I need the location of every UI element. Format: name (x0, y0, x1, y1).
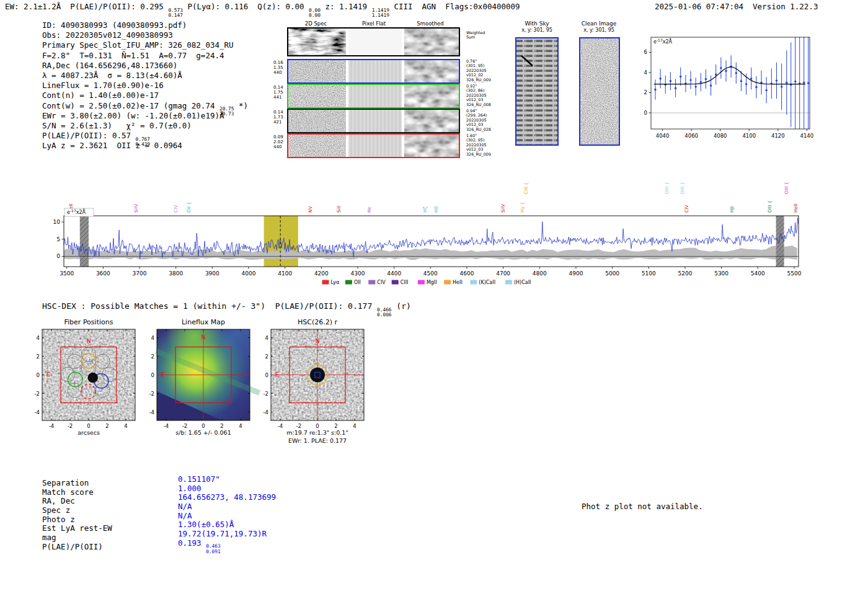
svg-text:2: 2 (105, 423, 108, 429)
svg-text:5200: 5200 (678, 270, 693, 277)
svg-text:4: 4 (644, 69, 647, 76)
svg-text:SiII: SiII (336, 206, 342, 213)
match-value: 164.656273, 48.173699 (178, 492, 276, 502)
match-plae-stack: 0.4630.091 (206, 544, 220, 554)
line-fit-plot: 4040406040804100412041400246e-17x2Å (632, 30, 818, 151)
row4-right-label: 1.60" (302, 95) 20220305 v012_03 326_RU_… (466, 134, 496, 157)
header-z-label: z: 1.1419 (321, 2, 372, 11)
ra-dec: RA,Dec (164.656296,48.173660) (42, 61, 248, 71)
row2-left-label: 0.14 1.75 441 (273, 85, 286, 100)
svg-text:5400: 5400 (751, 270, 765, 277)
header-z-stack: 1.14191.1419 (372, 8, 389, 18)
lya-oii-z: LyA z = 2.3621 OII z = 0.0964 (42, 141, 248, 151)
svg-text:CIV: CIV (173, 205, 179, 213)
svg-text:-4: -4 (278, 423, 283, 429)
svg-text:E: E (161, 371, 165, 378)
svg-text:-2: -2 (68, 423, 73, 429)
svg-text:2: 2 (644, 89, 647, 96)
col-header-pixelflat: Pixel Flat (347, 20, 401, 27)
svg-text:5300: 5300 (714, 270, 728, 277)
cont-w: Cont(w) = 2.50(±0.02)e-17 (gmag 20.74 20… (42, 101, 248, 111)
svg-text:CIV: CIV (377, 280, 386, 285)
with-sky-image (516, 38, 557, 144)
hsc-header-text: HSC-DEX : Possible Matches = 1 (within +… (42, 301, 377, 311)
svg-text:0: 0 (202, 423, 205, 429)
svg-text:HeII: HeII (793, 203, 799, 213)
with-sky-panel (515, 37, 559, 146)
svg-text:4: 4 (37, 335, 40, 341)
match-label: Match score (42, 487, 178, 497)
svg-text:-4: -4 (264, 409, 268, 415)
svg-text:4: 4 (265, 335, 268, 341)
svg-text:Hδ: Hδ (433, 206, 439, 213)
plae-poii: P(LAE)/P(OII): 0.57 0.7670.439 (42, 131, 248, 141)
fiber-positions-panel: -4-4-2-2002244NE (24, 324, 149, 442)
header-classification: AGN (422, 2, 436, 11)
spec2d-image (288, 85, 346, 107)
clean-image (580, 38, 619, 144)
match-row-plae: P(LAE)/P(OII)0.193 0.4630.091 (42, 542, 276, 551)
svg-text:4100: 4100 (278, 270, 292, 277)
row4-left-label: 0.09 2.02 440 (273, 135, 286, 150)
pixelflat-image (348, 135, 402, 157)
pixelflat-weighted-image (348, 29, 402, 55)
match-plae-lower: 0.091 (206, 549, 220, 554)
col-header-2dspec: 2D Spec (287, 20, 345, 27)
match-value: 19.72(19.71,19.73)R (178, 529, 267, 538)
smoothed-image (404, 135, 459, 157)
match-label: Photo z (42, 515, 178, 524)
svg-text:5: 5 (56, 236, 60, 242)
spec2d-image (288, 135, 346, 157)
smoothed-image (404, 60, 459, 82)
smoothed-weighted-image (404, 29, 459, 55)
svg-text:4100: 4100 (742, 133, 756, 139)
header-plae-lower: 0.147 (168, 13, 182, 18)
with-sky-title: With Sky (512, 20, 562, 27)
svg-text:NV: NV (308, 205, 313, 213)
spec2d-row-4 (287, 133, 460, 158)
cont-w-text: Cont(w) = 2.50(±0.02)e-17 (gmag 20.74 (42, 101, 219, 110)
col-header-smoothed: Smoothed (403, 20, 458, 27)
header-plya: P(Lyα): 0.116 (183, 2, 257, 11)
row3-right-label: 0.94" (299, 264) 20220305 v012_03 326_RU… (466, 109, 496, 132)
spec2d-row-3 (287, 109, 460, 133)
header-plae-stack: 0.5730.147 (168, 8, 182, 18)
svg-text:4120: 4120 (771, 133, 785, 139)
svg-text:0: 0 (37, 372, 40, 378)
svg-text:-4: -4 (149, 409, 154, 415)
match-value: 1.000 (178, 484, 202, 493)
svg-text:6: 6 (644, 49, 647, 55)
svg-text:Lyα: Lyα (331, 280, 340, 285)
svg-text:0: 0 (151, 372, 154, 378)
svg-text:4060: 4060 (684, 133, 698, 139)
svg-text:-4: -4 (164, 423, 169, 429)
header-plae-label: P(LAE)/P(OII): 0.295 (70, 2, 168, 11)
svg-text:3700: 3700 (133, 270, 147, 277)
hsc-plae-stack: 0.4660.086 (377, 308, 391, 318)
svg-text:10: 10 (53, 219, 61, 225)
svg-text:-4: -4 (35, 409, 40, 415)
svg-text:-2: -2 (182, 423, 187, 429)
header-qz-stack: 0.000.00 (309, 8, 321, 18)
svg-text:OIII {: OIII { (784, 182, 789, 194)
hsc-header-suffix: (r) (392, 301, 411, 311)
hsc-plae-lower: 0.086 (377, 313, 391, 318)
header-qz-lower: 0.00 (309, 13, 321, 18)
svg-text:N: N (315, 337, 319, 344)
svg-text:E: E (46, 371, 50, 378)
row1-right-label: 0.76" (301, 95) 20220305 v012_02 326_RU_… (466, 60, 496, 82)
svg-text:0: 0 (316, 423, 319, 429)
match-value: 0.193 0.4630.091 (178, 538, 221, 548)
svg-text:OII {: OII { (186, 202, 192, 213)
hsc-image-panel: -4-4-2-2002244NE (252, 324, 378, 442)
svg-text:N: N (201, 334, 205, 340)
svg-text:OIII {: OIII { (767, 200, 773, 213)
svg-text:4000: 4000 (242, 270, 256, 277)
row2-right-label: 0.92" (302, 86) 20220305 v012_03 326_RU_… (466, 84, 496, 107)
header-line-id: CIII (389, 2, 422, 11)
svg-text:4200: 4200 (314, 270, 329, 277)
spec2d-image (288, 60, 346, 82)
svg-text:-2: -2 (35, 391, 40, 397)
match-label: P(LAE)/P(OII) (42, 542, 178, 551)
hsc-dex-header: HSC-DEX : Possible Matches = 1 (within +… (42, 301, 411, 318)
